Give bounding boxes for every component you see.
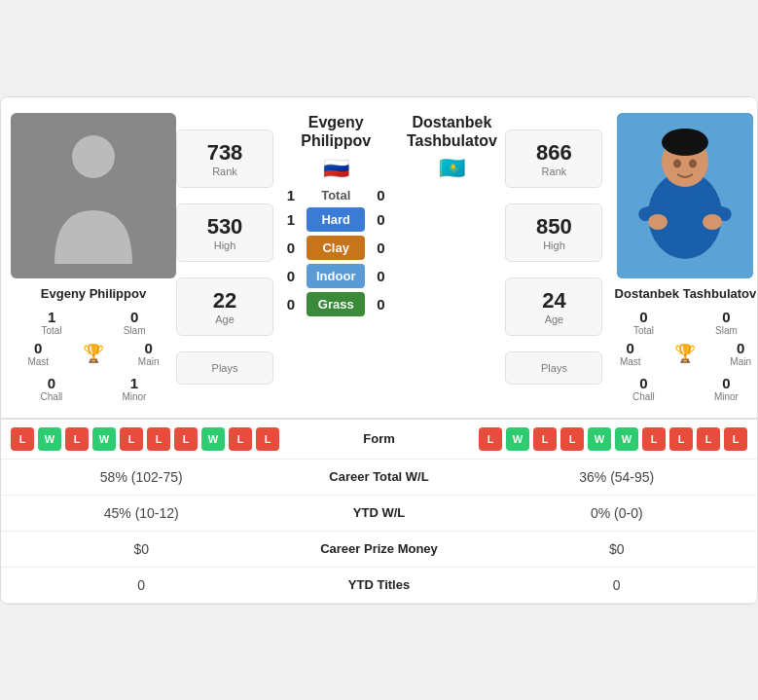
form-badge-l: L [229, 427, 252, 451]
match-stats-table: 1 Total 0 1 Hard 0 0 Clay 0 0 Indoor [281, 187, 390, 320]
left-player-card: Evgeny Philippov 1 Total 0 Slam 0 Mast 🏆 [11, 113, 176, 402]
form-badge-w: W [38, 427, 61, 451]
right-trophy-row: 0 Mast 🏆 0 Main [602, 340, 758, 367]
right-heading-area: DostanbekTashbulatov 🇰🇿 [398, 113, 505, 402]
form-badge-w: W [615, 427, 638, 451]
right-player-name: Dostanbek Tashbulatov [615, 286, 757, 301]
form-badge-w: W [506, 427, 529, 451]
total-row: 1 Total 0 [281, 187, 390, 203]
left-form-badges: LWLWLLLWLL [11, 427, 331, 451]
form-badge-l: L [120, 427, 143, 451]
form-badge-l: L [11, 427, 34, 451]
right-high-box: 850 High [505, 203, 602, 262]
left-player-name: Evgeny Philippov [41, 286, 146, 301]
left-flag: 🇷🇺 [323, 156, 349, 181]
right-stats-row-2: 0 Chall 0 Minor [602, 375, 758, 402]
svg-point-9 [703, 214, 722, 230]
left-heading: EvgenyPhilippov [301, 113, 371, 150]
left-stats-row-1: 1 Total 0 Slam [11, 309, 176, 336]
left-rank-box: 738 Rank [176, 129, 273, 188]
form-label: Form [331, 431, 428, 446]
left-plays-box: Plays [176, 351, 273, 385]
right-total: 0 Total [633, 309, 654, 336]
svg-point-8 [648, 214, 668, 230]
right-form-badges: LWLLWWLLLL [428, 427, 748, 451]
ytd-titles-left: 0 [1, 577, 282, 593]
left-slam: 0 Slam [124, 309, 146, 336]
left-player-photo [11, 113, 176, 278]
left-mast: 0 Mast [27, 340, 49, 367]
svg-point-5 [662, 129, 708, 156]
form-badge-l: L [65, 427, 89, 451]
career-wl-row: 58% (102-75) Career Total W/L 36% (54-95… [1, 459, 757, 495]
top-section: Evgeny Philippov 1 Total 0 Slam 0 Mast 🏆 [1, 97, 757, 418]
left-inner-stats: 738 Rank 530 High 22 Age Plays [176, 113, 273, 402]
right-minor: 0 Minor [714, 375, 739, 402]
trophy-icon-right: 🏆 [674, 343, 696, 364]
right-slam: 0 Slam [715, 309, 738, 336]
form-badge-w: W [92, 427, 116, 451]
form-badge-l: L [642, 427, 666, 451]
trophy-icon-left: 🏆 [83, 343, 104, 364]
right-player-card: Dostanbek Tashbulatov 0 Total 0 Slam 0 M… [602, 113, 758, 402]
right-main: 0 Main [730, 340, 751, 367]
right-rank-box: 866 Rank [505, 129, 602, 188]
svg-point-10 [673, 159, 681, 167]
bottom-section: LWLWLLLWLL Form LWLLWWLLLL 58% (102-75) … [1, 418, 757, 604]
main-container: Evgeny Philippov 1 Total 0 Slam 0 Mast 🏆 [0, 96, 758, 605]
left-trophy-row: 0 Mast 🏆 0 Main [11, 340, 176, 367]
ytd-wl-label: YTD W/L [282, 505, 477, 520]
right-chall: 0 Chall [632, 375, 655, 402]
ytd-titles-row: 0 YTD Titles 0 [1, 567, 757, 604]
svg-point-0 [72, 135, 115, 178]
form-badge-l: L [669, 427, 693, 451]
ytd-wl-left: 45% (10-12) [1, 505, 282, 521]
left-high-box: 530 High [176, 203, 273, 262]
right-plays-box: Plays [505, 351, 602, 385]
prize-right: $0 [477, 541, 758, 557]
career-wl-label: Career Total W/L [282, 469, 477, 484]
right-age-box: 24 Age [505, 277, 602, 336]
form-row: LWLWLLLWLL Form LWLLWWLLLL [1, 420, 757, 459]
ytd-wl-row: 45% (10-12) YTD W/L 0% (0-0) [1, 495, 757, 531]
prize-left: $0 [1, 541, 282, 557]
right-stats-row-1: 0 Total 0 Slam [602, 309, 758, 336]
form-badge-l: L [697, 427, 720, 451]
form-badge-w: W [588, 427, 611, 451]
right-mast: 0 Mast [620, 340, 641, 367]
indoor-row: 0 Indoor 0 [281, 264, 390, 288]
left-age-box: 22 Age [176, 277, 273, 336]
clay-row: 0 Clay 0 [281, 236, 390, 260]
form-badge-l: L [174, 427, 198, 451]
grass-row: 0 Grass 0 [281, 292, 390, 316]
middle-match-stats: EvgenyPhilippov 🇷🇺 1 Total 0 1 Hard 0 0 … [273, 113, 398, 402]
right-heading: DostanbekTashbulatov [407, 113, 497, 150]
left-stats-row-2: 0 Chall 1 Minor [11, 375, 176, 402]
right-inner-stats: 866 Rank 850 High 24 Age Plays [505, 113, 602, 402]
right-flag: 🇰🇿 [439, 156, 465, 181]
right-player-photo [617, 113, 753, 278]
svg-point-11 [689, 159, 697, 167]
hard-row: 1 Hard 0 [281, 207, 390, 232]
form-badge-l: L [533, 427, 557, 451]
career-wl-left: 58% (102-75) [1, 469, 282, 485]
form-badge-l: L [724, 427, 747, 451]
prize-label: Career Prize Money [282, 541, 477, 556]
left-total: 1 Total [42, 309, 62, 336]
form-badge-l: L [147, 427, 170, 451]
form-badge-w: W [201, 427, 225, 451]
left-main: 0 Main [138, 340, 160, 367]
prize-row: $0 Career Prize Money $0 [1, 531, 757, 567]
ytd-titles-right: 0 [477, 577, 758, 593]
form-badge-l: L [560, 427, 584, 451]
ytd-wl-right: 0% (0-0) [477, 505, 758, 521]
left-chall: 0 Chall [41, 375, 63, 402]
left-minor: 1 Minor [122, 375, 146, 402]
form-badge-l: L [256, 427, 279, 451]
career-wl-right: 36% (54-95) [477, 469, 758, 485]
form-badge-l: L [479, 427, 502, 451]
ytd-titles-label: YTD Titles [282, 577, 477, 592]
